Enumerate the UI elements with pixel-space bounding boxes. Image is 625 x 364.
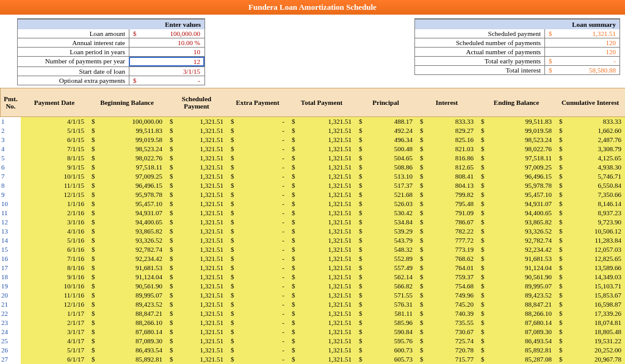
cell-extra-payment: $- [227,263,288,273]
cell-total-payment: $1,321.51 [288,209,355,218]
cell-pmt-no: 11 [0,209,21,218]
cell-ending-balance: $95,978.78 [477,181,555,190]
cell-date: 4/1/17 [21,337,88,346]
input-row: Loan period in years10 [17,48,205,57]
cell-interest: $725.74 [416,337,477,346]
cell-extra-payment: $- [227,154,288,163]
cell-ending-balance: $88,266.10 [477,309,555,318]
cell-extra-payment: $- [227,291,288,300]
cell-extra-payment: $- [227,236,288,245]
cell-beginning-balance: $98,022.76 [88,154,166,163]
cell-date: 4/1/16 [21,227,88,236]
cell-extra-payment: $- [227,209,288,218]
cell-beginning-balance: $95,978.78 [88,190,166,199]
cell-date: 3/1/16 [21,218,88,227]
summary-label: Total interest [415,66,544,74]
column-header: Beginning Balance [88,88,166,117]
cell-cumulative-interest: $18,074.81 [555,318,625,327]
cell-beginning-balance: $90,561.90 [88,282,166,291]
column-header: Cumulative Interest [555,88,625,117]
cell-ending-balance: $91,124.04 [477,263,555,273]
cell-beginning-balance: $100,000.00 [88,117,166,126]
cell-extra-payment: $- [227,327,288,337]
summary-panel: Loan summary Scheduled payment$1,321.51S… [414,18,620,85]
cell-total-payment: $1,321.51 [288,126,355,135]
cell-principal: $585.96 [355,318,416,327]
cell-total-payment: $1,321.51 [288,172,355,181]
summary-label: Scheduled payment [415,29,544,38]
input-value[interactable]: 12 [129,57,204,66]
cell-interest: $795.48 [416,199,477,209]
cell-pmt-no: 12 [0,218,21,227]
cell-cumulative-interest: $20,252.00 [555,346,625,355]
cell-scheduled-payment: $1,321.51 [166,218,227,227]
cell-pmt-no: 1 [0,117,21,126]
cell-total-payment: $1,321.51 [288,117,355,126]
input-value[interactable]: 10.00 % [129,38,204,47]
cell-date: 10/1/15 [21,172,88,181]
cell-total-payment: $1,321.51 [288,346,355,355]
cell-ending-balance: $91,681.53 [477,254,555,263]
cell-scheduled-payment: $1,321.51 [166,117,227,126]
cell-pmt-no: 3 [0,135,21,145]
cell-cumulative-interest: $20,967.78 [555,355,625,364]
cell-pmt-no: 24 [0,327,21,337]
cell-scheduled-payment: $1,321.51 [166,172,227,181]
amortization-table: Pmt. No.Payment DateBeginning BalanceSch… [0,88,625,364]
input-value[interactable]: 10 [129,48,204,56]
cell-scheduled-payment: $1,321.51 [166,273,227,282]
cell-total-payment: $1,321.51 [288,300,355,309]
cell-ending-balance: $97,009.25 [477,163,555,172]
cell-extra-payment: $- [227,227,288,236]
cell-pmt-no: 13 [0,227,21,236]
cell-total-payment: $1,321.51 [288,145,355,154]
cell-extra-payment: $- [227,117,288,126]
cell-extra-payment: $- [227,172,288,181]
input-value[interactable]: $- [129,76,204,85]
cell-cumulative-interest: $6,550.84 [555,181,625,190]
input-value[interactable]: $100,000.00 [129,29,204,38]
cell-cumulative-interest: $15,853.67 [555,291,625,300]
cell-scheduled-payment: $1,321.51 [166,199,227,209]
cell-date: 4/1/15 [21,117,88,126]
cell-interest: $833.33 [416,117,477,126]
cell-cumulative-interest: $16,598.87 [555,300,625,309]
cell-total-payment: $1,321.51 [288,309,355,318]
cell-scheduled-payment: $1,321.51 [166,337,227,346]
cell-beginning-balance: $99,019.58 [88,135,166,145]
input-label: Number of payments per year [18,57,129,66]
cell-beginning-balance: $88,266.10 [88,318,166,327]
cell-beginning-balance: $85,892.81 [88,355,166,364]
cell-ending-balance: $88,847.21 [477,300,555,309]
cell-scheduled-payment: $1,321.51 [166,346,227,355]
cell-interest: $812.65 [416,163,477,172]
input-value[interactable]: 3/1/15 [129,67,204,76]
cell-ending-balance: $97,518.11 [477,154,555,163]
cell-beginning-balance: $97,518.11 [88,163,166,172]
cell-date: 12/1/15 [21,190,88,199]
column-header: Payment Date [21,88,88,117]
cell-pmt-no: 5 [0,154,21,163]
cell-total-payment: $1,321.51 [288,236,355,245]
cell-pmt-no: 10 [0,199,21,209]
cell-ending-balance: $90,561.90 [477,273,555,282]
cell-interest: $799.82 [416,190,477,199]
cell-cumulative-interest: $8,146.14 [555,199,625,209]
cell-beginning-balance: $95,457.10 [88,199,166,209]
cell-date: 1/1/16 [21,199,88,209]
cell-cumulative-interest: $1,662.60 [555,126,625,135]
cell-extra-payment: $- [227,346,288,355]
input-label: Optional extra payments [18,76,129,85]
cell-cumulative-interest: $2,487.76 [555,135,625,145]
cell-extra-payment: $- [227,245,288,254]
summary-value: 120 [544,38,620,47]
cell-principal: $600.73 [355,346,416,355]
input-label: Loan amount [18,29,129,38]
cell-scheduled-payment: $1,321.51 [166,190,227,199]
cell-beginning-balance: $92,234.42 [88,254,166,263]
cell-scheduled-payment: $1,321.51 [166,154,227,163]
cell-date: 8/1/15 [21,154,88,163]
cell-beginning-balance: $88,847.21 [88,309,166,318]
cell-cumulative-interest: $3,308.79 [555,145,625,154]
cell-principal: $605.73 [355,355,416,364]
